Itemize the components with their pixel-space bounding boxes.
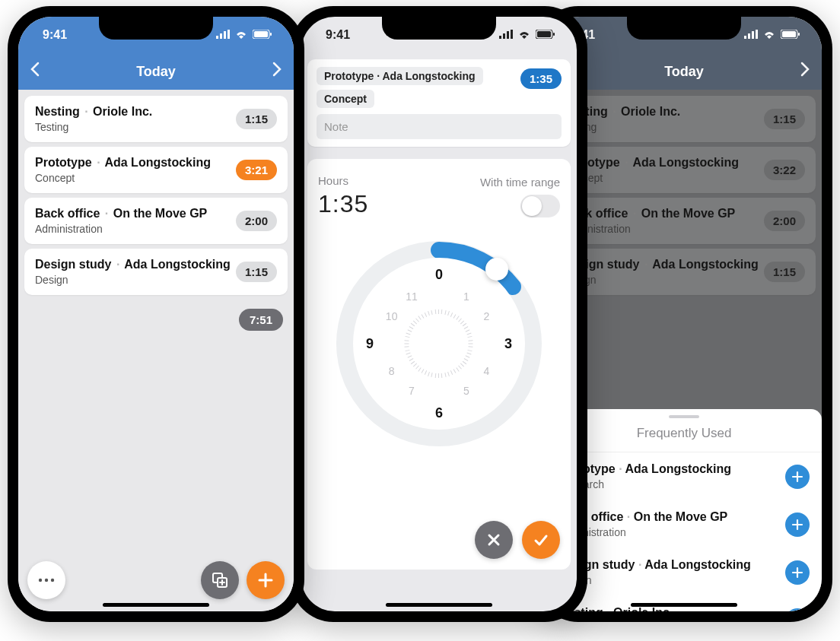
clock-tick <box>431 373 433 377</box>
svg-rect-6 <box>270 33 272 36</box>
clock-tick <box>453 314 457 319</box>
duration-badge[interactable]: 1:35 <box>520 68 562 89</box>
battery-icon <box>536 28 555 42</box>
clock-tick <box>405 344 409 344</box>
clock-tick <box>460 363 464 367</box>
more-button[interactable] <box>27 561 65 599</box>
frequent-item[interactable]: Design study · Ada Longstocking Design <box>546 548 822 596</box>
duration-panel: Hours 1:35 With time range 0369124578 <box>307 159 571 570</box>
note-input[interactable]: Note <box>317 114 562 139</box>
add-frequent-button[interactable] <box>785 608 810 612</box>
project-chip[interactable]: Prototype · Ada Longstocking <box>317 67 483 85</box>
svg-rect-2 <box>224 31 226 39</box>
clock-tick <box>444 373 446 377</box>
frequent-item[interactable]: Prototype · Ada Longstocking Research <box>546 452 822 500</box>
clock-minor-10: 10 <box>386 310 398 322</box>
clock-tick <box>468 336 473 338</box>
clock-tick <box>444 310 446 315</box>
header-title[interactable]: Today <box>40 64 272 80</box>
device-notch <box>99 17 213 40</box>
status-time: 9:41 <box>326 28 350 42</box>
time-entry[interactable]: Prototype · Ada Longstocking Concept 3:2… <box>24 147 288 193</box>
home-indicator[interactable] <box>631 603 737 607</box>
clock-tick <box>405 350 409 351</box>
svg-point-7 <box>39 579 42 582</box>
clock-tick <box>438 373 439 378</box>
clock-major-9: 9 <box>366 336 374 352</box>
status-icons <box>744 28 800 42</box>
home-indicator[interactable] <box>103 603 209 607</box>
add-entry-button[interactable] <box>247 561 285 599</box>
entry-duration[interactable]: 3:21 <box>236 160 277 180</box>
cancel-button[interactable] <box>475 521 513 559</box>
add-frequent-button[interactable] <box>785 560 810 585</box>
clock-tick <box>431 310 433 315</box>
confirm-button[interactable] <box>522 521 560 559</box>
entry-duration[interactable]: 2:00 <box>236 211 277 231</box>
clock-major-6: 6 <box>435 405 443 421</box>
entry-task: Concept <box>35 172 211 184</box>
hours-label: Hours <box>318 174 368 187</box>
svg-rect-3 <box>228 30 230 39</box>
clock-tick <box>425 313 427 317</box>
clock-minor-4: 4 <box>483 365 489 377</box>
svg-rect-15 <box>511 30 513 39</box>
clock-tick <box>406 353 411 355</box>
time-entry[interactable]: Back office · On the Move GP Administrat… <box>24 198 288 244</box>
clock-tick <box>428 372 430 376</box>
add-frequent-button[interactable] <box>785 465 810 489</box>
time-entry[interactable]: Nesting · Oriole Inc. Testing 1:15 <box>24 96 288 142</box>
daily-total-row: 7:51 <box>24 300 288 340</box>
entries-list: Nesting · Oriole Inc. Testing 1:15 Proto… <box>18 90 294 611</box>
clock-tick <box>418 316 422 319</box>
svg-rect-21 <box>752 31 754 39</box>
clock-tick <box>418 367 422 371</box>
home-indicator[interactable] <box>386 603 492 607</box>
clock-tick <box>422 370 425 374</box>
frequently-used-sheet: Frequently Used Prototype · Ada Longstoc… <box>546 409 822 611</box>
battery-icon <box>253 28 272 42</box>
clock-tick <box>409 326 413 329</box>
clock-tick <box>469 344 473 344</box>
clock-dial[interactable]: 03691245781011 <box>336 241 542 446</box>
cellular-icon <box>744 28 758 42</box>
svg-rect-20 <box>748 33 750 39</box>
device-notch <box>627 17 741 40</box>
header: Today <box>18 53 294 90</box>
entry-title: Design study · Ada Longstocking <box>35 258 231 271</box>
prev-day-button[interactable] <box>30 62 40 81</box>
wifi-icon <box>517 28 531 42</box>
clock-tick <box>453 370 457 374</box>
clock-tick <box>405 347 409 348</box>
svg-rect-1 <box>220 33 222 39</box>
phone-today-list: 9:41 Today <box>8 6 304 622</box>
task-chip[interactable]: Concept <box>317 90 374 108</box>
frequent-item[interactable]: Back office · On the Move GP Administrat… <box>546 500 822 548</box>
svg-rect-5 <box>254 31 268 37</box>
clock-tick <box>468 350 473 351</box>
clock-tick <box>466 353 471 355</box>
add-frequent-button[interactable] <box>785 512 810 537</box>
clock-handle[interactable] <box>485 258 508 281</box>
svg-rect-0 <box>216 36 218 39</box>
hours-value[interactable]: 1:35 <box>318 190 368 218</box>
clock-tick <box>428 311 430 316</box>
clock-tick <box>422 314 425 319</box>
next-day-button[interactable] <box>272 62 282 81</box>
entry-duration[interactable]: 1:15 <box>236 262 277 282</box>
clock-minor-11: 11 <box>406 290 418 303</box>
svg-point-8 <box>45 579 48 582</box>
next-day-button[interactable] <box>800 62 810 81</box>
status-time: 9:41 <box>43 28 67 42</box>
time-range-toggle[interactable] <box>520 195 560 217</box>
entry-duration[interactable]: 1:15 <box>236 109 277 129</box>
clock-tick <box>434 373 436 378</box>
svg-rect-22 <box>756 30 758 39</box>
sheet-drag-handle[interactable] <box>669 415 699 418</box>
clock-tick <box>411 323 415 326</box>
svg-rect-24 <box>782 31 796 37</box>
cellular-icon <box>499 28 513 42</box>
time-entry[interactable]: Design study · Ada Longstocking Design 1… <box>24 249 288 295</box>
entry-title: Prototype · Ada Longstocking <box>35 156 211 170</box>
duplicate-button[interactable] <box>201 561 239 599</box>
